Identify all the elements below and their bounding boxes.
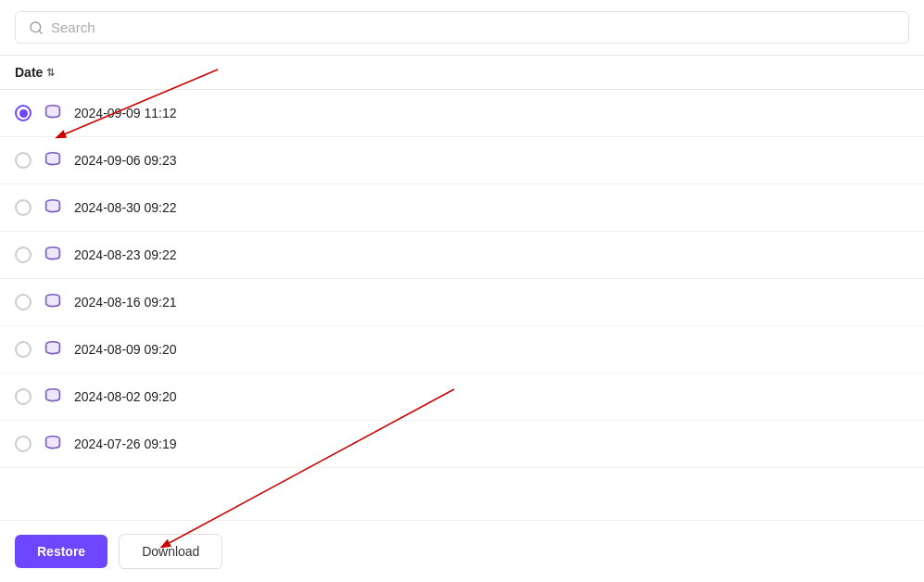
database-icon (43, 150, 63, 171)
database-icon (43, 434, 63, 454)
list-item[interactable]: 2024-07-26 09:19 (0, 421, 924, 468)
radio-button[interactable] (15, 152, 32, 169)
backup-date: 2024-08-16 09:21 (74, 295, 177, 310)
search-bar (15, 11, 909, 44)
radio-button[interactable] (15, 341, 32, 358)
list-item[interactable]: 2024-08-23 09:22 (0, 232, 924, 279)
sort-icon[interactable]: ⇅ (46, 67, 55, 79)
database-icon (43, 386, 63, 407)
backup-date: 2024-08-30 09:22 (74, 200, 177, 215)
date-column-header: Date ⇅ (15, 65, 55, 80)
database-icon (43, 103, 63, 123)
backup-date: 2024-07-26 09:19 (74, 436, 177, 451)
radio-button[interactable] (15, 247, 32, 263)
backup-list: 2024-09-09 11:12 2024-09-06 09:23 2024-0… (0, 90, 924, 468)
backup-date: 2024-08-23 09:22 (74, 247, 177, 262)
backup-date: 2024-09-06 09:23 (74, 153, 177, 168)
list-item[interactable]: 2024-09-09 11:12 (0, 90, 924, 137)
radio-button[interactable] (15, 294, 32, 310)
database-icon (43, 339, 63, 360)
database-icon (43, 197, 63, 218)
backup-date: 2024-08-02 09:20 (74, 389, 177, 404)
table-header: Date ⇅ (0, 56, 924, 90)
radio-button[interactable] (15, 388, 32, 405)
list-item[interactable]: 2024-08-30 09:22 (0, 184, 924, 232)
search-icon (29, 20, 44, 35)
list-item[interactable]: 2024-08-09 09:20 (0, 326, 924, 373)
radio-button[interactable] (15, 199, 32, 216)
footer-actions: Restore Download (0, 520, 924, 582)
download-button[interactable]: Download (119, 534, 222, 569)
list-item[interactable]: 2024-09-06 09:23 (0, 137, 924, 184)
list-item[interactable]: 2024-08-02 09:20 (0, 373, 924, 421)
list-item[interactable]: 2024-08-16 09:21 (0, 279, 924, 326)
radio-button[interactable] (15, 105, 32, 121)
backup-date: 2024-08-09 09:20 (74, 342, 177, 357)
restore-button[interactable]: Restore (15, 535, 108, 568)
svg-line-1 (39, 31, 42, 33)
database-icon (43, 292, 63, 312)
search-input[interactable] (51, 19, 895, 35)
backup-date: 2024-09-09 11:12 (74, 106, 177, 120)
radio-button[interactable] (15, 436, 32, 452)
database-icon (43, 245, 63, 265)
